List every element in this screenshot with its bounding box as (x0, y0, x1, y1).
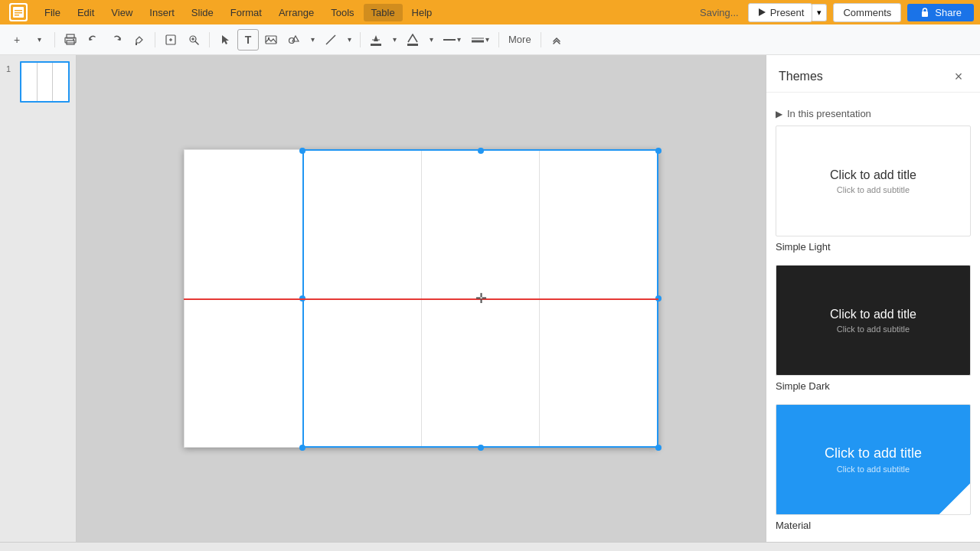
slide-col-2 (38, 63, 54, 101)
menu-view[interactable]: View (103, 4, 140, 21)
table-cell-2-4[interactable] (540, 298, 658, 448)
redo-icon (110, 34, 122, 46)
line-dropdown[interactable]: ▾ (343, 29, 355, 51)
theme-card-simple-light: Click to add title Click to add subtitle… (776, 126, 971, 253)
paint-icon (133, 34, 145, 46)
border-color-button[interactable] (402, 29, 423, 51)
print-icon (64, 34, 77, 46)
theme-title-simple-dark: Click to add title (830, 308, 916, 321)
slide-col-3 (53, 63, 68, 101)
canvas-area[interactable]: ✛ (77, 55, 766, 542)
slide-col-1 (21, 63, 38, 101)
theme-name-simple-light: Simple Light (776, 241, 971, 253)
undo-button[interactable] (83, 29, 104, 51)
menu-insert[interactable]: Insert (142, 4, 182, 21)
section-arrow: ▶ (776, 109, 782, 119)
theme-preview-material[interactable]: Click to add title Click to add subtitle (776, 404, 971, 515)
themes-close-button[interactable]: × (949, 67, 968, 86)
table-cell-1-4[interactable] (540, 150, 658, 299)
menu-slide[interactable]: Slide (184, 4, 221, 21)
svg-point-10 (73, 39, 74, 41)
menu-help[interactable]: Help (404, 4, 440, 21)
themes-content: ▶ In this presentation Click to add titl… (766, 93, 980, 542)
themes-panel: Themes × ▶ In this presentation Click to… (766, 55, 980, 542)
zoom-icon (188, 34, 200, 46)
table-cell-1-2[interactable] (302, 150, 421, 299)
slide-table[interactable] (184, 149, 658, 448)
add-slide-button[interactable]: + (6, 29, 28, 51)
menu-edit[interactable]: Edit (70, 4, 102, 21)
shapes-button[interactable] (283, 29, 305, 51)
text-button[interactable]: T (237, 29, 259, 51)
svg-rect-6 (922, 11, 928, 17)
saving-status: Saving... (700, 7, 739, 18)
separator-2 (155, 32, 155, 47)
table-cell-2-3[interactable] (421, 298, 540, 448)
play-icon (756, 7, 767, 18)
menu-format[interactable]: Format (223, 4, 270, 21)
print-button[interactable] (60, 29, 81, 51)
separator-3 (209, 32, 210, 47)
shapes-icon (288, 34, 300, 46)
bottom-scroll[interactable] (0, 542, 980, 551)
menu-arrange[interactable]: Arrange (271, 4, 322, 21)
border-weight-icon (472, 37, 484, 43)
toolbar: + ▾ (0, 24, 980, 55)
undo-icon (87, 34, 100, 46)
collapse-button[interactable] (546, 29, 567, 51)
menu-file[interactable]: File (37, 4, 68, 21)
slide-panel: 1 (0, 55, 77, 542)
fill-color-button[interactable] (365, 29, 387, 51)
border-dropdown[interactable]: ▾ (425, 29, 437, 51)
zoom-fit-icon (165, 34, 177, 46)
border-weight-button[interactable]: ▾ (467, 33, 494, 46)
line-icon (325, 34, 337, 46)
zoom-fit-button[interactable] (160, 29, 181, 51)
separator-1 (54, 32, 55, 47)
table-cell-1-1[interactable] (185, 150, 303, 299)
table-cell-2-1[interactable] (185, 298, 303, 448)
slide-canvas[interactable]: ✛ (184, 149, 658, 448)
table-row-2 (185, 298, 658, 448)
fill-dropdown[interactable]: ▾ (388, 29, 400, 51)
shapes-dropdown[interactable]: ▾ (306, 29, 318, 51)
fill-icon (371, 34, 381, 46)
menu-table[interactable]: Table (364, 4, 403, 21)
svg-rect-2 (15, 10, 22, 11)
collapse-icon (550, 34, 563, 46)
paint-format-button[interactable] (129, 29, 150, 51)
table-cell-2-2[interactable] (302, 298, 421, 448)
present-button[interactable]: Present (748, 3, 813, 22)
select-button[interactable] (214, 29, 236, 51)
svg-line-16 (195, 41, 198, 44)
logo-icon (9, 3, 28, 21)
table-cell-1-3[interactable] (421, 150, 540, 299)
separator-5 (498, 32, 499, 47)
themes-section-label: In this presentation (787, 108, 871, 119)
share-button[interactable]: Share (907, 4, 974, 21)
svg-marker-5 (759, 8, 766, 16)
border-style-icon (443, 38, 456, 41)
redo-button[interactable] (106, 29, 127, 51)
svg-line-23 (326, 35, 335, 44)
image-button[interactable] (260, 29, 282, 51)
theme-subtitle-simple-dark: Click to add subtitle (837, 324, 910, 334)
menu-tools[interactable]: Tools (323, 4, 361, 21)
theme-preview-simple-dark[interactable]: Click to add title Click to add subtitle (776, 265, 971, 376)
line-button[interactable] (320, 29, 341, 51)
theme-card-material: Click to add title Click to add subtitle… (776, 404, 971, 531)
zoom-button[interactable] (183, 29, 204, 51)
more-button[interactable]: More (504, 31, 536, 47)
comments-button[interactable]: Comments (833, 3, 901, 22)
title-right: Present ▾ Comments Share (748, 3, 974, 22)
theme-preview-simple-light[interactable]: Click to add title Click to add subtitle (776, 126, 971, 236)
add-dropdown-button[interactable]: ▾ (28, 29, 50, 51)
themes-in-presentation[interactable]: ▶ In this presentation (776, 102, 971, 126)
corner-fold (939, 484, 970, 514)
border-style-button[interactable]: ▾ (439, 33, 466, 46)
present-dropdown-button[interactable]: ▾ (812, 4, 827, 21)
title-bar: File Edit View Insert Slide Format Arran… (0, 0, 980, 24)
slide-thumb-1[interactable] (20, 61, 70, 103)
toolbar-group-add: + ▾ (6, 29, 50, 51)
themes-title: Themes (779, 70, 823, 83)
